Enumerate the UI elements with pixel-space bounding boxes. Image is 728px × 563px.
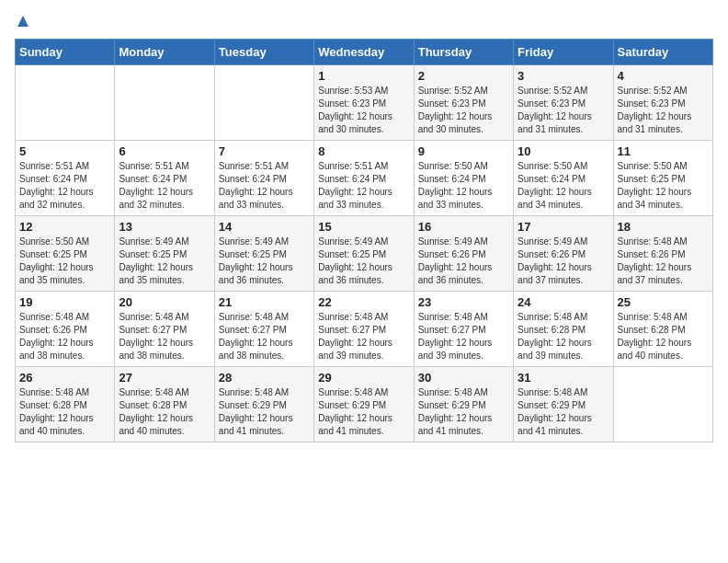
day-info: Sunrise: 5:49 AM Sunset: 6:25 PM Dayligh…	[119, 236, 210, 287]
calendar-cell	[16, 65, 115, 141]
day-number: 1	[318, 69, 409, 83]
calendar-cell: 18Sunrise: 5:48 AM Sunset: 6:26 PM Dayli…	[613, 216, 712, 292]
day-number: 15	[318, 220, 409, 234]
day-number: 27	[119, 371, 210, 385]
week-row-3: 12Sunrise: 5:50 AM Sunset: 6:25 PM Dayli…	[16, 216, 713, 292]
day-info: Sunrise: 5:48 AM Sunset: 6:28 PM Dayligh…	[119, 386, 210, 438]
calendar-cell: 30Sunrise: 5:48 AM Sunset: 6:29 PM Dayli…	[414, 367, 513, 442]
day-info: Sunrise: 5:48 AM Sunset: 6:29 PM Dayligh…	[318, 386, 409, 438]
day-headers-row: SundayMondayTuesdayWednesdayThursdayFrid…	[16, 40, 713, 65]
calendar-cell: 7Sunrise: 5:51 AM Sunset: 6:24 PM Daylig…	[214, 141, 313, 216]
day-header-tuesday: Tuesday	[214, 40, 313, 65]
calendar-cell: 29Sunrise: 5:48 AM Sunset: 6:29 PM Dayli…	[314, 367, 414, 442]
day-number: 24	[518, 295, 609, 309]
day-info: Sunrise: 5:50 AM Sunset: 6:25 PM Dayligh…	[618, 160, 709, 212]
calendar-cell: 24Sunrise: 5:48 AM Sunset: 6:28 PM Dayli…	[514, 292, 613, 367]
day-info: Sunrise: 5:52 AM Sunset: 6:23 PM Dayligh…	[418, 85, 509, 136]
calendar-cell: 23Sunrise: 5:48 AM Sunset: 6:27 PM Dayli…	[414, 292, 513, 367]
day-info: Sunrise: 5:48 AM Sunset: 6:29 PM Dayligh…	[518, 386, 609, 438]
day-info: Sunrise: 5:51 AM Sunset: 6:24 PM Dayligh…	[119, 160, 210, 212]
day-info: Sunrise: 5:48 AM Sunset: 6:26 PM Dayligh…	[618, 236, 709, 287]
day-number: 30	[418, 371, 509, 385]
week-row-5: 26Sunrise: 5:48 AM Sunset: 6:28 PM Dayli…	[16, 367, 713, 442]
day-info: Sunrise: 5:48 AM Sunset: 6:27 PM Dayligh…	[219, 311, 310, 362]
day-info: Sunrise: 5:50 AM Sunset: 6:24 PM Dayligh…	[418, 160, 509, 212]
day-number: 28	[219, 371, 310, 385]
calendar-cell: 19Sunrise: 5:48 AM Sunset: 6:26 PM Dayli…	[16, 292, 115, 367]
day-info: Sunrise: 5:48 AM Sunset: 6:29 PM Dayligh…	[418, 386, 509, 438]
calendar-cell: 8Sunrise: 5:51 AM Sunset: 6:24 PM Daylig…	[314, 141, 414, 216]
logo-triangle-icon	[17, 15, 29, 31]
week-row-1: 1Sunrise: 5:53 AM Sunset: 6:23 PM Daylig…	[16, 65, 713, 141]
day-number: 4	[618, 69, 709, 83]
day-number: 10	[518, 144, 609, 158]
svg-marker-0	[17, 16, 28, 27]
calendar-cell: 3Sunrise: 5:52 AM Sunset: 6:23 PM Daylig…	[514, 65, 613, 141]
calendar-cell: 27Sunrise: 5:48 AM Sunset: 6:28 PM Dayli…	[115, 367, 214, 442]
calendar-cell: 14Sunrise: 5:49 AM Sunset: 6:25 PM Dayli…	[214, 216, 313, 292]
calendar-cell: 9Sunrise: 5:50 AM Sunset: 6:24 PM Daylig…	[414, 141, 513, 216]
day-number: 21	[219, 295, 310, 309]
day-info: Sunrise: 5:53 AM Sunset: 6:23 PM Dayligh…	[318, 85, 409, 136]
day-header-saturday: Saturday	[613, 40, 712, 65]
calendar-cell: 28Sunrise: 5:48 AM Sunset: 6:29 PM Dayli…	[214, 367, 313, 442]
calendar-cell: 6Sunrise: 5:51 AM Sunset: 6:24 PM Daylig…	[115, 141, 214, 216]
calendar-cell: 11Sunrise: 5:50 AM Sunset: 6:25 PM Dayli…	[613, 141, 712, 216]
day-info: Sunrise: 5:49 AM Sunset: 6:26 PM Dayligh…	[418, 236, 509, 287]
day-number: 19	[19, 295, 110, 309]
day-number: 2	[418, 69, 509, 83]
day-number: 31	[518, 371, 609, 385]
day-info: Sunrise: 5:50 AM Sunset: 6:25 PM Dayligh…	[19, 236, 110, 287]
calendar-cell: 31Sunrise: 5:48 AM Sunset: 6:29 PM Dayli…	[514, 367, 613, 442]
day-number: 8	[318, 144, 409, 158]
calendar-cell: 15Sunrise: 5:49 AM Sunset: 6:25 PM Dayli…	[314, 216, 414, 292]
day-info: Sunrise: 5:48 AM Sunset: 6:28 PM Dayligh…	[518, 311, 609, 362]
day-number: 22	[318, 295, 409, 309]
day-info: Sunrise: 5:51 AM Sunset: 6:24 PM Dayligh…	[19, 160, 110, 212]
day-info: Sunrise: 5:49 AM Sunset: 6:25 PM Dayligh…	[318, 236, 409, 287]
day-info: Sunrise: 5:48 AM Sunset: 6:29 PM Dayligh…	[219, 386, 310, 438]
calendar-cell	[115, 65, 214, 141]
calendar-cell	[214, 65, 313, 141]
calendar-cell: 4Sunrise: 5:52 AM Sunset: 6:23 PM Daylig…	[613, 65, 712, 141]
day-number: 3	[518, 69, 609, 83]
day-info: Sunrise: 5:51 AM Sunset: 6:24 PM Dayligh…	[318, 160, 409, 212]
day-info: Sunrise: 5:52 AM Sunset: 6:23 PM Dayligh…	[618, 85, 709, 136]
day-info: Sunrise: 5:48 AM Sunset: 6:27 PM Dayligh…	[418, 311, 509, 362]
logo	[15, 15, 30, 31]
day-number: 5	[19, 144, 110, 158]
calendar-cell	[613, 367, 712, 442]
day-number: 9	[418, 144, 509, 158]
calendar-cell: 12Sunrise: 5:50 AM Sunset: 6:25 PM Dayli…	[16, 216, 115, 292]
calendar-cell: 2Sunrise: 5:52 AM Sunset: 6:23 PM Daylig…	[414, 65, 513, 141]
day-number: 17	[518, 220, 609, 234]
day-info: Sunrise: 5:48 AM Sunset: 6:28 PM Dayligh…	[19, 386, 110, 438]
calendar-cell: 1Sunrise: 5:53 AM Sunset: 6:23 PM Daylig…	[314, 65, 414, 141]
day-header-monday: Monday	[115, 40, 214, 65]
day-number: 11	[618, 144, 709, 158]
day-info: Sunrise: 5:52 AM Sunset: 6:23 PM Dayligh…	[518, 85, 609, 136]
calendar-cell: 20Sunrise: 5:48 AM Sunset: 6:27 PM Dayli…	[115, 292, 214, 367]
calendar-cell: 17Sunrise: 5:49 AM Sunset: 6:26 PM Dayli…	[514, 216, 613, 292]
day-info: Sunrise: 5:51 AM Sunset: 6:24 PM Dayligh…	[219, 160, 310, 212]
day-header-thursday: Thursday	[414, 40, 513, 65]
day-header-sunday: Sunday	[16, 40, 115, 65]
day-info: Sunrise: 5:48 AM Sunset: 6:27 PM Dayligh…	[318, 311, 409, 362]
day-number: 29	[318, 371, 409, 385]
calendar-table: SundayMondayTuesdayWednesdayThursdayFrid…	[15, 39, 713, 442]
day-header-wednesday: Wednesday	[314, 40, 414, 65]
week-row-4: 19Sunrise: 5:48 AM Sunset: 6:26 PM Dayli…	[16, 292, 713, 367]
calendar-cell: 13Sunrise: 5:49 AM Sunset: 6:25 PM Dayli…	[115, 216, 214, 292]
day-info: Sunrise: 5:50 AM Sunset: 6:24 PM Dayligh…	[518, 160, 609, 212]
calendar-cell: 16Sunrise: 5:49 AM Sunset: 6:26 PM Dayli…	[414, 216, 513, 292]
calendar-cell: 21Sunrise: 5:48 AM Sunset: 6:27 PM Dayli…	[214, 292, 313, 367]
day-info: Sunrise: 5:49 AM Sunset: 6:26 PM Dayligh…	[518, 236, 609, 287]
day-number: 26	[19, 371, 110, 385]
day-info: Sunrise: 5:48 AM Sunset: 6:26 PM Dayligh…	[19, 311, 110, 362]
day-number: 6	[119, 144, 210, 158]
day-header-friday: Friday	[514, 40, 613, 65]
day-info: Sunrise: 5:49 AM Sunset: 6:25 PM Dayligh…	[219, 236, 310, 287]
day-info: Sunrise: 5:48 AM Sunset: 6:28 PM Dayligh…	[618, 311, 709, 362]
calendar-cell: 25Sunrise: 5:48 AM Sunset: 6:28 PM Dayli…	[613, 292, 712, 367]
week-row-2: 5Sunrise: 5:51 AM Sunset: 6:24 PM Daylig…	[16, 141, 713, 216]
